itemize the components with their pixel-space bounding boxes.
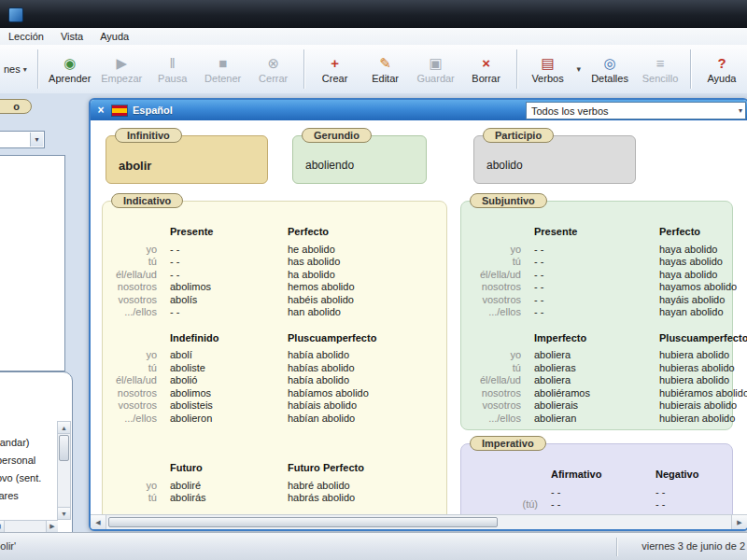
conjugated-form: - - bbox=[534, 294, 652, 307]
conjugation-horizontal-scrollbar[interactable]: ◀ ▶ bbox=[91, 514, 747, 529]
detalles-button[interactable]: ◎ Detalles bbox=[585, 46, 635, 92]
title-bar[interactable] bbox=[0, 0, 747, 29]
conjugated-form: hemos abolido bbox=[288, 281, 439, 294]
status-verb-text: 'abolir' bbox=[0, 540, 16, 552]
conjugated-form: abolimos bbox=[170, 281, 280, 294]
scroll-down-icon[interactable]: ▼ bbox=[58, 507, 70, 519]
scrollbar-thumb[interactable] bbox=[108, 517, 498, 527]
sidebar-listbox[interactable] bbox=[0, 155, 65, 371]
toolbar-overflow-button[interactable]: nes ▾ bbox=[0, 50, 33, 88]
pronoun-label: .../ellos bbox=[110, 306, 162, 319]
pronoun-label: .../ellos bbox=[110, 413, 162, 426]
borrar-button[interactable]: × Borrar bbox=[461, 46, 512, 92]
verbos-dropdown-button[interactable]: ▾ bbox=[573, 49, 585, 89]
conjugated-form: aboliste bbox=[170, 362, 280, 375]
language-title: Español bbox=[133, 105, 173, 116]
scroll-right-icon[interactable]: ▶ bbox=[731, 515, 747, 529]
gerundio-pill: Gerundio bbox=[302, 128, 372, 143]
cerrar-button[interactable]: ⊗ Cerrar bbox=[248, 46, 299, 92]
verbos-button[interactable]: ▤ Verbos bbox=[523, 46, 573, 92]
verb-groups-list[interactable]: (andar) personal ovo (sent. lares bbox=[0, 434, 58, 505]
scrollbar-thumb[interactable] bbox=[59, 435, 69, 461]
simple-view-icon: ≡ bbox=[656, 55, 665, 72]
pronoun-label: .../ellos bbox=[469, 413, 527, 426]
conjugated-form: aboliré bbox=[170, 480, 280, 493]
guardar-label: Guardar bbox=[416, 73, 454, 84]
indefinido-pluscuamperfecto-block: Indefinido Pluscuamperfecto yo abolí hab… bbox=[110, 332, 439, 426]
detener-button[interactable]: ■ Detener bbox=[198, 46, 248, 92]
conjugated-form: abolirás bbox=[170, 492, 280, 505]
menu-vista[interactable]: Vista bbox=[52, 30, 92, 43]
help-icon: ? bbox=[717, 55, 726, 72]
conjugated-form: hubiéramos abolido bbox=[659, 387, 747, 400]
menu-leccion[interactable]: Lección bbox=[0, 30, 52, 43]
scroll-left-icon[interactable]: ◀ bbox=[91, 515, 106, 529]
crear-button[interactable]: + Crear bbox=[310, 46, 360, 92]
close-icon[interactable]: × bbox=[94, 104, 107, 117]
toolbar-separator bbox=[303, 49, 305, 89]
verb-groups-horizontal-scrollbar[interactable]: ◀ ▶ bbox=[0, 520, 58, 532]
pausa-button[interactable]: ‖ Pausa bbox=[148, 46, 198, 92]
scrollbar-track[interactable] bbox=[106, 515, 731, 529]
scroll-right-icon[interactable]: ▶ bbox=[46, 521, 58, 532]
menu-bar: Lección Vista Ayuda bbox=[0, 28, 747, 46]
tense-header: Presente bbox=[534, 226, 652, 244]
verb-group-item[interactable]: lares bbox=[0, 487, 58, 505]
conjugated-form: abolierais bbox=[534, 399, 652, 413]
subjuntivo-imperfecto-block: Imperfecto Pluscuamperfecto yo aboliera … bbox=[469, 332, 725, 426]
indicativo-panel: Indicativo Presente Perfecto yo - - he a… bbox=[102, 201, 447, 515]
menu-ayuda[interactable]: Ayuda bbox=[92, 30, 137, 43]
pronoun-label: él/ella/ud bbox=[110, 374, 162, 387]
pronoun-label: él/ella/ud bbox=[110, 269, 162, 282]
conjugated-form: - - bbox=[534, 256, 652, 269]
infinitivo-box: Infinitivo abolir bbox=[106, 135, 268, 184]
tense-header: Futuro bbox=[170, 462, 280, 480]
editar-button[interactable]: ✎ Editar bbox=[360, 46, 411, 92]
sidebar-combobox[interactable]: ▾ bbox=[0, 131, 45, 148]
empezar-button[interactable]: ▶ Empezar bbox=[96, 46, 148, 92]
conjugation-window-titlebar[interactable]: × Español Todos los verbos ▾ bbox=[91, 100, 747, 120]
conjugated-form: - - bbox=[170, 269, 280, 282]
pronoun-label: tú bbox=[110, 256, 162, 269]
imperativo-pill: Imperativo bbox=[470, 436, 546, 451]
participio-pill: Participio bbox=[483, 128, 554, 143]
verb-groups-vertical-scrollbar[interactable]: ▲ ▼ bbox=[57, 421, 71, 520]
workspace: o ▾ (andar) personal ovo (sent. lares bbox=[0, 93, 747, 532]
ayuda-button[interactable]: ? Ayuda bbox=[697, 46, 747, 92]
scroll-up-icon[interactable]: ▲ bbox=[58, 422, 70, 434]
verb-group-item[interactable]: personal bbox=[0, 452, 58, 469]
pencil-icon: ✎ bbox=[379, 55, 391, 72]
conjugated-form: abolí bbox=[170, 349, 280, 362]
sidebar-tab-pill: o bbox=[0, 99, 32, 114]
conjugated-form: abolieras bbox=[534, 362, 652, 375]
sencillo-button[interactable]: ≡ Sencillo bbox=[635, 46, 685, 92]
conjugated-form: habías abolido bbox=[288, 362, 439, 375]
conjugated-form: hubiera abolido bbox=[659, 349, 747, 362]
stop-icon: ■ bbox=[218, 55, 227, 72]
tense-header: Afirmativo bbox=[551, 469, 648, 486]
application-window: Lección Vista Ayuda nes ▾ ◉ Aprender ▶ E… bbox=[0, 0, 747, 560]
pronoun-label: nosotros bbox=[110, 281, 162, 294]
conjugated-form: he abolido bbox=[288, 244, 439, 257]
verb-group-item[interactable]: ovo (sent. bbox=[0, 469, 58, 487]
guardar-button[interactable]: ▣ Guardar bbox=[411, 46, 461, 92]
pronoun-label: yo bbox=[469, 349, 527, 362]
conjugated-form: había abolido bbox=[288, 349, 439, 362]
conjugated-form: haya abolido bbox=[659, 269, 737, 282]
conjugated-form: habían abolido bbox=[288, 413, 439, 426]
aprender-button[interactable]: ◉ Aprender bbox=[44, 46, 96, 92]
conjugated-form: - - bbox=[170, 256, 280, 269]
conjugated-form: hubieran abolido bbox=[659, 413, 747, 426]
verb-group-item[interactable]: (andar) bbox=[0, 434, 58, 452]
conjugated-form: - - bbox=[534, 281, 652, 294]
conjugated-form: hayamos abolido bbox=[659, 281, 737, 294]
conjugated-form: habrás abolido bbox=[288, 492, 439, 505]
chevron-down-icon: ▾ bbox=[577, 64, 582, 74]
app-icon[interactable] bbox=[8, 7, 23, 22]
pronoun-label: nosotros bbox=[110, 387, 162, 400]
conjugated-form: habíais abolido bbox=[288, 399, 439, 413]
pronoun-label: tú bbox=[110, 492, 162, 505]
conjugated-form: abolís bbox=[170, 294, 280, 307]
verb-filter-combobox[interactable]: Todos los verbos ▾ bbox=[526, 102, 746, 119]
conjugated-form: ha abolido bbox=[288, 269, 439, 282]
